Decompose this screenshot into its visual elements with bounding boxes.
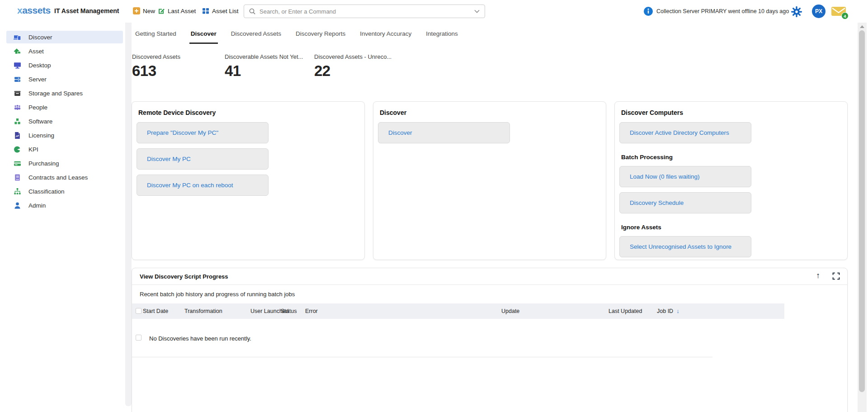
action-label: Last Asset	[168, 8, 196, 14]
sidebar-item-label: Classification	[28, 188, 65, 195]
scroll-top-icon[interactable]: ↑	[816, 271, 820, 280]
window-scrollbar[interactable]	[858, 23, 867, 412]
action-button-select-unrecognised-assets-to-ignore[interactable]: Select Unrecognised Assets to Ignore	[619, 236, 751, 257]
sidebar-item-software[interactable]: Software	[6, 115, 123, 128]
purchasing-icon	[14, 160, 21, 167]
people-icon	[14, 104, 21, 111]
mail-icon[interactable]: 4	[831, 6, 846, 17]
card-title: Discover Computers	[621, 109, 841, 116]
stats-row: Discovered Assets613Discoverable Assets …	[132, 53, 494, 90]
search-icon	[249, 8, 256, 15]
sidebar-item-desktop[interactable]: Desktop	[6, 59, 123, 71]
notification-text: Collection Server PRIMARY went offline 1…	[656, 8, 789, 14]
discover-icon	[14, 33, 21, 41]
panel-header: View Discovery Script Progress ↑	[132, 268, 847, 285]
panel-title: View Discovery Script Progress	[140, 268, 228, 285]
contracts-icon	[14, 174, 21, 181]
empty-message: No Discoveries have been run recently.	[149, 335, 251, 342]
search-input[interactable]	[259, 8, 474, 15]
grid-icon	[202, 7, 209, 14]
stat-card: Discovered Assets613	[132, 53, 180, 80]
edit-icon	[158, 7, 165, 14]
sidebar-item-discover[interactable]: Discover	[6, 31, 123, 43]
app-title: IT Asset Management	[54, 7, 119, 14]
last-asset-button[interactable]: Last Asset	[158, 7, 196, 14]
sidebar-item-server[interactable]: Server	[6, 73, 123, 85]
asset-list-button[interactable]: Asset List	[202, 7, 239, 14]
sidebar: DiscoverAssetDesktopServerStorage and Sp…	[0, 23, 125, 412]
action-button-discover-my-pc-on-each-reboot[interactable]: Discover My PC on each reboot	[137, 175, 269, 196]
column-header-error[interactable]: Error	[305, 303, 318, 319]
select-all-checkbox[interactable]	[136, 308, 142, 314]
tab-inventory-accuracy[interactable]: Inventory Accuracy	[359, 30, 413, 44]
new-button[interactable]: New	[133, 7, 155, 14]
column-header-start-date[interactable]: Start Date	[143, 303, 168, 319]
action-button-discovery-schedule[interactable]: Discovery Schedule	[619, 192, 751, 213]
sidebar-item-label: Asset	[28, 48, 44, 55]
search-box[interactable]	[244, 5, 485, 18]
sidebar-item-asset[interactable]: Asset	[6, 45, 123, 57]
sidebar-item-contracts-and-leases[interactable]: Contracts and Leases	[6, 171, 123, 184]
section-heading: Ignore Assets	[621, 224, 841, 231]
card-title: Discover	[380, 109, 599, 116]
scrollbar-up-arrow[interactable]	[860, 25, 864, 28]
action-button-discover-active-directory-computers[interactable]: Discover Active Directory Computers	[619, 122, 751, 143]
sidebar-item-purchasing[interactable]: Purchasing	[6, 157, 123, 170]
scrollbar-thumb[interactable]	[859, 30, 865, 392]
action-button-discover[interactable]: Discover	[378, 122, 510, 143]
sidebar-item-label: Licensing	[28, 132, 54, 139]
software-icon	[14, 118, 21, 125]
gear-icon[interactable]	[791, 6, 802, 18]
column-header-job-id[interactable]: Job ID↓	[657, 303, 679, 319]
column-header-transformation[interactable]: Transformation	[184, 303, 222, 319]
tab-discover[interactable]: Discover	[189, 30, 218, 44]
sidebar-item-label: Storage and Spares	[28, 90, 83, 97]
expand-icon[interactable]	[832, 272, 840, 280]
row-checkbox[interactable]	[136, 335, 142, 341]
column-header-update[interactable]: Update	[501, 303, 519, 319]
storage-icon	[14, 90, 21, 97]
sidebar-item-label: Software	[28, 118, 52, 125]
sidebar-item-licensing[interactable]: Licensing	[6, 129, 123, 142]
sidebar-item-label: Purchasing	[28, 160, 59, 167]
table-row: No Discoveries have been run recently.	[132, 327, 847, 357]
column-header-last-updated[interactable]: Last Updated	[609, 303, 642, 319]
app-logo[interactable]: xassets	[17, 5, 51, 16]
server-icon	[14, 76, 21, 83]
tab-discovered-assets[interactable]: Discovered Assets	[230, 30, 283, 44]
sidebar-item-label: People	[28, 104, 47, 111]
action-button-load-now-0-files-waiting-[interactable]: Load Now (0 files waiting)	[619, 166, 751, 187]
column-header-status[interactable]: Status	[281, 303, 297, 319]
tab-integrations[interactable]: Integrations	[425, 30, 459, 44]
tab-discovery-reports[interactable]: Discovery Reports	[294, 30, 347, 44]
sidebar-scrollbar[interactable]	[125, 23, 132, 406]
row-divider	[132, 357, 712, 357]
classification-icon	[14, 188, 21, 195]
stat-label: Discovered Assets - Unreco...	[314, 53, 392, 60]
plus-icon	[133, 7, 140, 14]
sidebar-item-label: Discover	[28, 34, 52, 41]
card-remote-device-discovery: Remote Device DiscoveryPrepare "Discover…	[132, 101, 365, 260]
action-label: Asset List	[212, 8, 239, 14]
action-button-discover-my-pc[interactable]: Discover My PC	[137, 148, 269, 170]
admin-icon	[14, 202, 21, 209]
chevron-down-icon[interactable]	[474, 8, 480, 14]
sidebar-item-people[interactable]: People	[6, 101, 123, 114]
tab-getting-started[interactable]: Getting Started	[134, 30, 178, 44]
sidebar-item-admin[interactable]: Admin	[6, 199, 123, 212]
avatar[interactable]: PX	[812, 5, 826, 18]
action-button-prepare-discover-my-pc-[interactable]: Prepare "Discover My PC"	[137, 122, 269, 143]
stat-label: Discovered Assets	[132, 53, 180, 60]
stat-value: 613	[132, 62, 180, 80]
action-button-label: Select Unrecognised Assets to Ignore	[630, 243, 731, 250]
sidebar-item-classification[interactable]: Classification	[6, 185, 123, 198]
stat-value: 22	[314, 62, 392, 80]
sidebar-item-storage-and-spares[interactable]: Storage and Spares	[6, 87, 123, 99]
logo-x: x	[17, 5, 22, 15]
action-label: New	[143, 8, 155, 14]
action-button-label: Discovery Schedule	[630, 199, 684, 206]
sidebar-item-kpi[interactable]: KPI	[6, 143, 123, 156]
stat-card: Discovered Assets - Unreco...22	[314, 53, 392, 80]
discovery-progress-panel: View Discovery Script Progress ↑ Recent …	[132, 268, 848, 412]
table-header: Start DateTransformationUser LaunchedSta…	[132, 303, 784, 319]
